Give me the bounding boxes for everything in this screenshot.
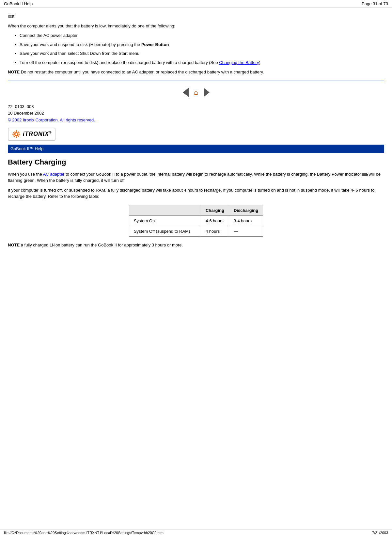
table-row: System On 4-6 hours 3-4 hours — [129, 215, 263, 226]
table-cell-label: System Off (suspend to RAM) — [129, 226, 201, 236]
note-block-2: NOTE a fully charged Li-Ion battery can … — [8, 242, 384, 248]
svg-rect-2 — [16, 130, 17, 132]
power-button-bold: Power Button — [141, 42, 169, 47]
doc-id: 72_0103_003 — [8, 103, 384, 110]
body-para-2: If your computer is turned off, or suspe… — [8, 187, 384, 200]
home-icon: ⌂ — [194, 88, 198, 97]
table-cell-discharging: 3-4 hours — [229, 215, 263, 226]
copyright-link[interactable]: © 2002 Itronix Corporation. All rights r… — [8, 118, 95, 122]
alert-intro: When the computer alerts you that the ba… — [8, 23, 384, 29]
nav-home-button[interactable]: ⌂ — [192, 88, 201, 97]
nav-icons: ⌂ — [8, 88, 384, 97]
note-text-2: a fully charged Li-Ion battery can run t… — [20, 243, 183, 247]
page-info: Page 31 of 73 — [362, 1, 388, 6]
list-item-1: Connect the AC power adapter — [20, 32, 384, 39]
logo-box: iTRONIX® — [8, 128, 55, 141]
section-divider — [8, 81, 384, 81]
doc-info: 72_0103_003 10 December 2002 © 2002 Itro… — [8, 103, 384, 124]
logo-text: iTRONIX® — [23, 131, 52, 137]
action-list: Connect the AC power adapter Save your w… — [20, 32, 384, 66]
list-item-4: Turn off the computer (or suspend to dis… — [20, 59, 384, 66]
footer-bar: file://C:\Documents%20and%20Settings\har… — [0, 529, 392, 536]
table-col2-header: Charging — [201, 205, 229, 215]
nav-left-icon — [183, 88, 189, 97]
doc-date: 10 December 2002 — [8, 110, 384, 117]
body-para-1: When you use the AC adapter to connect y… — [8, 171, 384, 184]
opening-text: lost. — [8, 13, 384, 20]
itronix-logo-icon — [12, 130, 21, 139]
ac-adapter-link[interactable]: AC adapter — [43, 172, 65, 177]
footer-file-path: file://C:\Documents%20and%20Settings\har… — [4, 531, 164, 535]
note-label-2: NOTE — [8, 243, 20, 247]
svg-rect-4 — [12, 134, 14, 134]
changing-battery-link[interactable]: Changing the Battery — [219, 60, 259, 65]
footer-date: 7/21/2003 — [372, 531, 388, 535]
note-text-1: Do not restart the computer until you ha… — [20, 70, 264, 74]
logo-area: iTRONIX® — [8, 128, 384, 141]
table-cell-label: System On — [129, 215, 201, 226]
note-block-1: NOTE Do not restart the computer until y… — [8, 69, 384, 75]
table-header-row: Charging Discharging — [129, 205, 263, 215]
table-cell-charging: 4 hours — [201, 226, 229, 236]
svg-point-1 — [15, 133, 17, 135]
list-item-2: Save your work and suspend to disk (Hibe… — [20, 41, 384, 48]
battery-indicator-icon — [362, 173, 367, 176]
header-bar: GoBook II Help Page 31 of 73 — [0, 0, 392, 8]
charge-table: Charging Discharging System On 4-6 hours… — [129, 205, 263, 237]
table-col3-header: Discharging — [229, 205, 263, 215]
list-item-3: Save your work and then select Shut Down… — [20, 50, 384, 57]
table-cell-charging: 4-6 hours — [201, 215, 229, 226]
svg-rect-5 — [19, 134, 20, 134]
table-cell-discharging: — — [229, 226, 263, 236]
section-bar-label: GoBook II™ Help — [10, 146, 43, 151]
note-label-1: NOTE — [8, 70, 20, 74]
section-title: Battery Charging — [8, 158, 384, 166]
table-col1-header — [129, 205, 201, 215]
table-row: System Off (suspend to RAM) 4 hours — — [129, 226, 263, 236]
main-content: lost. When the computer alerts you that … — [0, 8, 392, 273]
section-header-bar: GoBook II™ Help — [8, 145, 384, 153]
nav-forward-button[interactable] — [202, 88, 211, 97]
app-title: GoBook II Help — [4, 1, 33, 6]
nav-right-icon — [204, 88, 210, 97]
table-body: System On 4-6 hours 3-4 hours System Off… — [129, 215, 263, 236]
nav-back-button[interactable] — [181, 88, 190, 97]
svg-rect-3 — [16, 136, 17, 138]
